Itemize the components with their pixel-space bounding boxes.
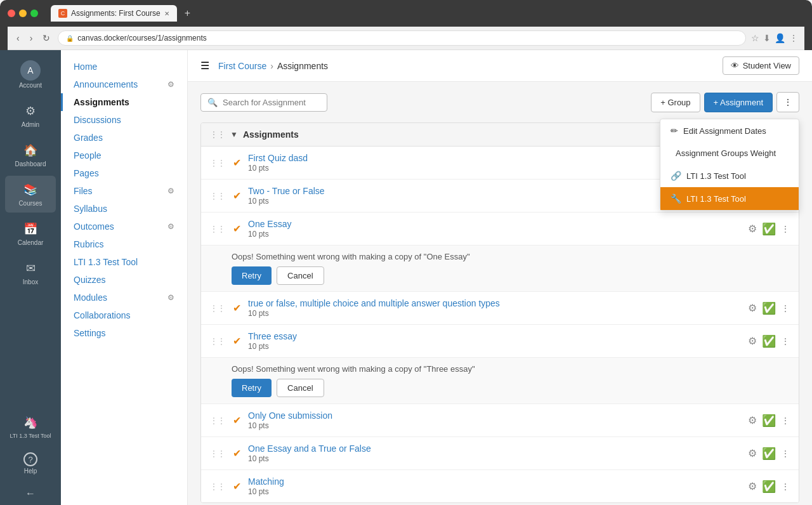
- published-icon[interactable]: ✅: [762, 414, 776, 428]
- gear-icon[interactable]: ⚙: [748, 223, 757, 235]
- sidebar-item-outcomes[interactable]: Outcomes ⚙: [61, 218, 187, 235]
- more-icon[interactable]: ⋮: [781, 449, 790, 459]
- assignment-name-link[interactable]: Two - True or False: [248, 186, 325, 196]
- minimize-button[interactable]: [19, 10, 27, 17]
- calendar-icon: 📅: [22, 220, 39, 238]
- dropdown-item-groups-weight[interactable]: Assignment Groups Weight: [660, 142, 799, 164]
- nav-item-account[interactable]: A Account: [5, 55, 56, 95]
- breadcrumb-course-link[interactable]: First Course: [218, 61, 266, 71]
- group-expand-icon[interactable]: ▼: [230, 130, 238, 139]
- assignment-name-link[interactable]: Matching: [248, 476, 284, 487]
- more-icon[interactable]: ⋮: [781, 416, 790, 426]
- assignment-type-icon: ✔: [230, 414, 243, 426]
- drag-handle-icon[interactable]: ⋮⋮: [210, 482, 225, 491]
- nav-item-inbox[interactable]: ✉ Inbox: [5, 254, 56, 291]
- gear-icon[interactable]: ⚙: [748, 414, 757, 426]
- drag-handle-icon[interactable]: ⋮⋮: [210, 225, 225, 233]
- assignment-name-link[interactable]: One Essay: [248, 219, 291, 229]
- sidebar-item-lti[interactable]: LTI 1.3 Test Tool: [61, 253, 187, 271]
- dropdown-item-lti1[interactable]: 🔗 LTI 1.3 Test Tool: [660, 164, 799, 187]
- more-options-icon: ⋮: [783, 97, 792, 107]
- more-icon[interactable]: ⋮: [781, 336, 790, 346]
- sidebar-item-syllabus[interactable]: Syllabus: [61, 200, 187, 218]
- back-button[interactable]: ‹: [14, 32, 22, 44]
- published-icon[interactable]: ✅: [762, 222, 776, 236]
- drag-handle-icon[interactable]: ⋮⋮: [210, 337, 225, 346]
- sidebar-item-people[interactable]: People: [61, 147, 187, 164]
- drag-handle-icon[interactable]: ⋮⋮: [210, 159, 225, 167]
- sidebar-item-settings[interactable]: Settings: [61, 324, 187, 342]
- gear-icon[interactable]: ⚙: [748, 302, 757, 314]
- gear-icon[interactable]: ⚙: [748, 480, 757, 492]
- browser-toolbar: ‹ › ↻ 🔒 canvas.docker/courses/1/assignme…: [8, 27, 804, 50]
- assignment-name-link[interactable]: First Quiz dasd: [248, 153, 308, 163]
- sidebar-item-assignments[interactable]: Assignments: [61, 93, 187, 111]
- published-icon[interactable]: ✅: [762, 480, 776, 494]
- add-group-button[interactable]: + Group: [651, 93, 700, 112]
- more-icon[interactable]: ⋮: [781, 224, 790, 234]
- search-box[interactable]: 🔍: [200, 93, 327, 112]
- more-icon[interactable]: ⋮: [781, 303, 790, 313]
- sidebar-item-files[interactable]: Files ⚙: [61, 182, 187, 200]
- assignment-info: One Essay 10 pts: [248, 219, 743, 239]
- retry-button[interactable]: Retry: [232, 266, 272, 285]
- forward-button[interactable]: ›: [27, 32, 36, 44]
- dropdown-item-edit-dates[interactable]: ✏ Edit Assignment Dates: [660, 119, 799, 142]
- reload-button[interactable]: ↻: [40, 32, 53, 44]
- search-input[interactable]: [223, 98, 320, 107]
- assignment-name-link[interactable]: One Essay and a True or False: [248, 443, 371, 454]
- assignment-name-link[interactable]: true or false, multiple choice and multi…: [248, 298, 500, 308]
- cancel-button[interactable]: Cancel: [277, 266, 324, 285]
- sidebar-label-modules: Modules: [74, 292, 107, 303]
- sidebar-item-discussions[interactable]: Discussions: [61, 111, 187, 129]
- assignment-actions: ⚙ ✅ ⋮: [748, 480, 790, 494]
- published-icon[interactable]: ✅: [762, 301, 776, 315]
- active-tab[interactable]: C Assignments: First Course ✕: [51, 5, 177, 22]
- nav-collapse-button[interactable]: ←: [20, 483, 41, 504]
- sidebar-item-rubrics[interactable]: Rubrics: [61, 235, 187, 253]
- published-icon[interactable]: ✅: [762, 447, 776, 461]
- menu-button[interactable]: ⋮: [789, 33, 798, 43]
- drag-handle-icon[interactable]: ⋮⋮: [210, 449, 225, 458]
- nav-item-dashboard[interactable]: 🏠 Dashboard: [5, 136, 56, 173]
- assignment-name-link[interactable]: Only One submission: [248, 410, 332, 421]
- assignment-name-link[interactable]: Three essay: [248, 331, 297, 341]
- hamburger-icon[interactable]: ☰: [200, 60, 209, 72]
- help-icon: ?: [23, 452, 37, 466]
- nav-item-lti[interactable]: 🦄 LTI 1.3 Test Tool: [5, 409, 56, 445]
- profile-button[interactable]: 👤: [775, 33, 785, 43]
- sidebar-item-collaborations[interactable]: Collaborations: [61, 306, 187, 324]
- add-assignment-button[interactable]: + Assignment: [704, 93, 773, 112]
- gear-icon[interactable]: ⚙: [748, 335, 757, 347]
- retry-button[interactable]: Retry: [232, 379, 272, 397]
- drag-handle-icon[interactable]: ⋮⋮: [210, 304, 225, 313]
- maximize-button[interactable]: [30, 10, 38, 17]
- student-view-button[interactable]: 👁 Student View: [723, 56, 799, 75]
- close-button[interactable]: [8, 10, 15, 17]
- nav-item-courses[interactable]: 📚 Courses: [5, 176, 56, 213]
- drag-handle-icon[interactable]: ⋮⋮: [210, 192, 225, 200]
- sidebar-item-home[interactable]: Home: [61, 58, 187, 75]
- nav-item-help[interactable]: ? Help: [5, 447, 56, 480]
- group-drag-handle[interactable]: ⋮⋮: [210, 130, 225, 139]
- more-options-button[interactable]: ⋮: [776, 92, 799, 112]
- browser-actions: ☆ ⬇ 👤 ⋮: [751, 33, 798, 43]
- published-icon[interactable]: ✅: [762, 334, 776, 348]
- dropdown-item-lti2[interactable]: 🔧 LTI 1.3 Test Tool: [660, 187, 799, 210]
- sidebar-item-pages[interactable]: Pages: [61, 164, 187, 182]
- new-tab-button[interactable]: +: [180, 5, 195, 22]
- bookmark-button[interactable]: ☆: [751, 33, 759, 43]
- download-button[interactable]: ⬇: [763, 33, 771, 43]
- url-bar[interactable]: 🔒 canvas.docker/courses/1/assignments: [58, 30, 746, 46]
- sidebar-item-announcements[interactable]: Announcements ⚙: [61, 75, 187, 93]
- gear-icon[interactable]: ⚙: [748, 447, 757, 459]
- nav-item-calendar[interactable]: 📅 Calendar: [5, 215, 56, 252]
- drag-handle-icon[interactable]: ⋮⋮: [210, 416, 225, 425]
- tab-close-icon[interactable]: ✕: [164, 10, 169, 17]
- sidebar-item-modules[interactable]: Modules ⚙: [61, 289, 187, 306]
- sidebar-item-quizzes[interactable]: Quizzes: [61, 271, 187, 289]
- more-icon[interactable]: ⋮: [781, 482, 790, 492]
- sidebar-item-grades[interactable]: Grades: [61, 129, 187, 147]
- cancel-button[interactable]: Cancel: [277, 379, 324, 397]
- nav-item-admin[interactable]: ⚙ Admin: [5, 97, 56, 134]
